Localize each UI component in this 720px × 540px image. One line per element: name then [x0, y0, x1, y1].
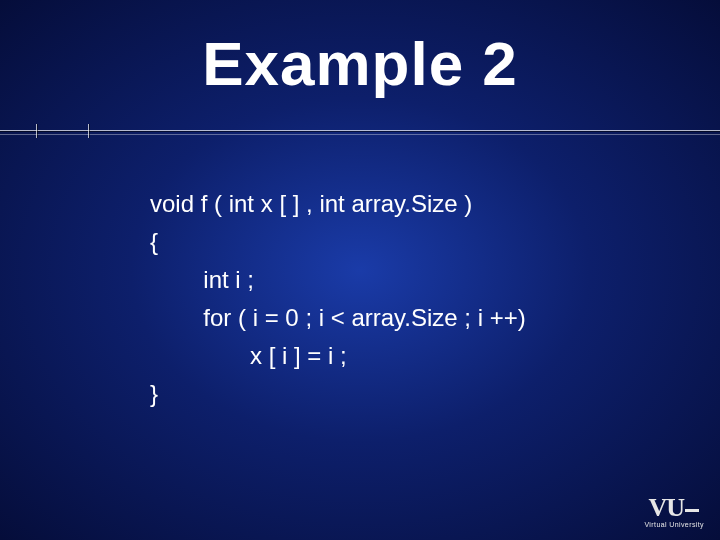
logo-subtitle: Virtual University [644, 521, 704, 528]
code-line: for ( i = 0 ; i < array.Size ; i ++) [150, 304, 526, 331]
slide: Example 2 void f ( int x [ ] , int array… [0, 0, 720, 540]
divider-tick [88, 124, 89, 138]
code-line: { [150, 228, 158, 255]
divider-line-shadow [0, 134, 720, 135]
divider-tick [36, 124, 37, 138]
logo-bar-icon [685, 509, 699, 512]
code-block: void f ( int x [ ] , int array.Size ) { … [150, 185, 526, 413]
slide-title: Example 2 [0, 28, 720, 99]
code-line: int i ; [150, 266, 254, 293]
divider-line [0, 130, 720, 131]
title-wrap: Example 2 [0, 28, 720, 99]
code-line: x [ i ] = i ; [150, 342, 347, 369]
code-line: void f ( int x [ ] , int array.Size ) [150, 190, 472, 217]
logo: VU Virtual University [644, 493, 704, 528]
logo-main: VU [644, 493, 704, 523]
code-line: } [150, 380, 158, 407]
logo-text: VU [648, 493, 684, 522]
